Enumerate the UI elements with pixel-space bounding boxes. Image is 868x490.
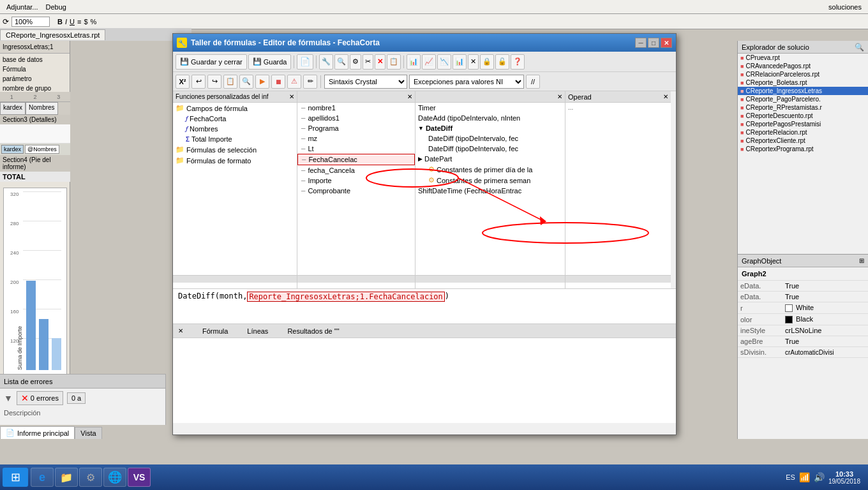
tool-right2[interactable]: 📈 — [422, 54, 436, 70]
tool-right5[interactable]: ✕ — [468, 54, 479, 70]
report-label-8[interactable]: CReporteDescuento.rpt — [745, 112, 812, 119]
dialog-close-btn[interactable]: ✕ — [661, 38, 672, 48]
taskbar-vs-btn[interactable]: VS — [128, 468, 151, 487]
left-item-param[interactable]: parámetro — [0, 74, 70, 84]
report-label-6[interactable]: CReporte_PagoParcelero. — [745, 96, 820, 103]
taskbar-explorer-btn[interactable]: 📁 — [55, 468, 78, 487]
report-label-10[interactable]: CReporteRelacion.rpt — [745, 129, 807, 136]
panel-functions-scrollbar-h[interactable] — [415, 275, 565, 283]
start-button[interactable]: ⊞ — [3, 468, 28, 487]
check-btn[interactable]: 📋 — [223, 75, 237, 89]
field-mz[interactable]: ─ mz — [297, 133, 415, 144]
report-label-7[interactable]: CReporte_RPrestamistas.r — [745, 104, 821, 111]
dialog-minimize-btn[interactable]: ─ — [635, 38, 647, 48]
tool-right4[interactable]: 📊 — [453, 54, 467, 70]
tab-vista[interactable]: Vista — [75, 427, 101, 439]
field-fechacancela2[interactable]: ─ fecha_Cancela — [297, 165, 415, 175]
exceptions-select[interactable]: Excepciones para valores NI — [409, 75, 524, 89]
func-shiftdatetime[interactable]: ShiftDateTime (FechaHoraEntrac — [415, 186, 565, 196]
taskbar-chrome-btn[interactable]: 🌐 — [103, 468, 126, 487]
solutions-search-icon[interactable]: 🔍 — [855, 43, 864, 52]
tool-right1[interactable]: 📊 — [407, 54, 421, 70]
doc-tab[interactable]: CReporte_IngresosxLetras.rpt — [0, 29, 105, 40]
func-datediff-2[interactable]: DateDiff (tipoDeIntervalo, fec — [415, 144, 565, 154]
props-expand-icon[interactable]: ⊞ — [859, 257, 864, 264]
save-close-btn[interactable]: 💾 Guardar y cerrar — [176, 54, 247, 70]
tree-campos-root[interactable]: 📁 Campos de fórmula — [173, 103, 297, 114]
report-label-3[interactable]: CRRelacionParceleros.rpt — [745, 71, 819, 78]
report-item-5-active[interactable]: ■ CReporte_IngresosxLetras — [738, 87, 868, 95]
field-comprobante[interactable]: ─ Comprobante — [297, 186, 415, 196]
taskbar-ie-btn[interactable]: e — [31, 468, 54, 487]
tab-informe-principal[interactable]: 📄 Informe principal — [0, 426, 75, 439]
tree-total[interactable]: Σ Total Importe — [173, 134, 297, 144]
syntax-select[interactable]: Sintaxis Crystal — [324, 75, 407, 89]
panel-tree-close[interactable]: ✕ — [289, 93, 294, 100]
panel-functions-close[interactable]: ✕ — [557, 93, 562, 100]
field-nombre1[interactable]: ─ nombre1 — [297, 103, 415, 113]
tool-btn3[interactable]: ⚙ — [350, 54, 361, 70]
menu-soluciones[interactable]: soluciones — [825, 2, 865, 12]
tool-right6[interactable]: 🔒 — [480, 54, 494, 70]
formula-editor-area[interactable]: DateDiff(month, Reporte_IngresosxLetras;… — [173, 289, 676, 324]
section4-header[interactable]: Section4 (Pie del informe) — [0, 155, 70, 172]
tool-right7[interactable]: 🔓 — [495, 54, 509, 70]
error-btn[interactable]: ⚠ — [287, 75, 301, 89]
tool-btn5[interactable]: ✕ — [375, 54, 385, 70]
panel-operators-scrollbar-h[interactable] — [565, 275, 671, 283]
panel-operators-close[interactable]: ✕ — [663, 93, 668, 100]
tool-btn1[interactable]: 🔧 — [319, 54, 333, 70]
new-btn[interactable]: 📄 — [297, 54, 313, 70]
panel-fields-scrollbar-h[interactable] — [297, 275, 415, 283]
report-label-9[interactable]: CReportePagosPrestamisi — [745, 121, 821, 128]
tab-nombres[interactable]: Nombres — [26, 102, 58, 115]
tab-kardex[interactable]: kardex — [0, 102, 26, 115]
zoom-field[interactable]: 100% — [11, 17, 50, 27]
report-label-2[interactable]: CRAvancedePagos.rpt — [745, 63, 811, 70]
stop-btn[interactable]: ⏹ — [271, 75, 285, 89]
tree-formulas-sel[interactable]: 📁 Fórmulas de selección — [173, 144, 297, 155]
panel-fields-close[interactable]: ✕ — [407, 93, 412, 100]
func-datediff-root[interactable]: ▼ DateDiff — [415, 123, 565, 133]
edit-btn[interactable]: ✏ — [303, 75, 317, 89]
menu-debug[interactable]: Debug — [42, 2, 70, 12]
func-const1[interactable]: ⚙ Constantes de primer día de la — [415, 164, 565, 175]
x2-btn[interactable]: X² — [176, 75, 190, 89]
tree-nombres[interactable]: 𝑓 Nombres — [173, 124, 297, 134]
report-label-1[interactable]: CPrueva.rpt — [745, 54, 779, 61]
report-label-4[interactable]: CReporte_Boletas.rpt — [745, 79, 807, 86]
tool-right3[interactable]: 📉 — [437, 54, 451, 70]
dialog-maximize-btn[interactable]: □ — [648, 38, 659, 48]
panel-tree-scrollbar-h[interactable] — [173, 275, 297, 283]
redo-btn[interactable]: ↪ — [207, 75, 221, 89]
field-apellidos1[interactable]: ─ apellidos1 — [297, 113, 415, 123]
run-btn[interactable]: ▶ — [255, 75, 269, 89]
field-lt[interactable]: ─ Lt — [297, 144, 415, 154]
search-btn[interactable]: 🔍 — [239, 75, 253, 89]
tree-fechacorta[interactable]: 𝑓 FechaCorta — [173, 114, 297, 124]
bottom-close-icon[interactable]: ✕ — [178, 327, 183, 334]
field-importe[interactable]: ─ Importe — [297, 175, 415, 186]
left-item-db[interactable]: base de datos — [0, 55, 70, 64]
func-dateadd[interactable]: DateAdd (tipoDeIntervalo, nInten — [415, 113, 565, 123]
func-datepart[interactable]: ▶ DatePart — [415, 154, 565, 164]
help-btn[interactable]: ❓ — [511, 54, 525, 70]
tool-btn6[interactable]: 📋 — [387, 54, 401, 70]
undo-btn[interactable]: ↩ — [191, 75, 206, 89]
func-datediff-1[interactable]: DateDiff (tipoDeIntervalo, fec — [415, 133, 565, 144]
taskbar-settings-btn[interactable]: ⚙ — [79, 468, 102, 487]
field-fechacancelac[interactable]: ─ FechaCancelac — [297, 154, 415, 165]
menu-adjuntar[interactable]: Adjuntar... — [3, 2, 42, 12]
report-label-11[interactable]: CReportexCliente.rpt — [745, 137, 805, 144]
field-programa[interactable]: ─ Programa — [297, 123, 415, 133]
func-const2[interactable]: ⚙ Constantes de primera seman — [415, 175, 565, 186]
func-timer[interactable]: Timer — [415, 103, 565, 113]
tool-btn2[interactable]: 🔍 — [334, 54, 348, 70]
section3-header[interactable]: Section3 (Detalles) — [0, 115, 70, 124]
tool-btn4[interactable]: ✂ — [363, 54, 373, 70]
save-btn[interactable]: 💾 Guarda — [248, 54, 292, 70]
report-label-12[interactable]: CReportexPrograma.rpt — [745, 145, 813, 152]
left-item-formula[interactable]: Fórmula — [0, 64, 70, 74]
tree-formulas-fmt[interactable]: 📁 Fórmulas de formato — [173, 155, 297, 166]
comment-btn[interactable]: // — [526, 75, 540, 89]
